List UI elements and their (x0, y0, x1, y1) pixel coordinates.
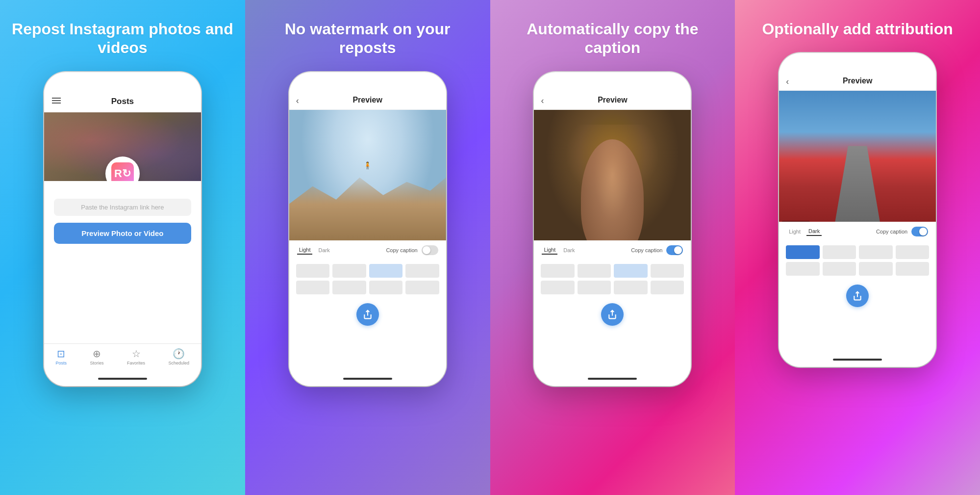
home-indicator-2 (343, 378, 392, 380)
nav-stories[interactable]: ⊕ Stories (90, 348, 104, 365)
wm-item-darker (786, 245, 820, 259)
stories-label: Stories (90, 361, 104, 365)
wm-item (541, 264, 575, 278)
wm-item (405, 281, 439, 294)
panel-watermark: No watermark on your reposts ‹ Preview L… (245, 0, 490, 495)
nav-posts[interactable]: ⊡ Posts (56, 348, 67, 365)
panel-3-title: Automatically copy the caption (500, 20, 726, 57)
back-arrow-3[interactable]: ‹ (541, 96, 544, 106)
home-bar-1 (44, 371, 201, 386)
share-btn-4[interactable] (846, 285, 869, 307)
panel-4-title: Optionally add attribution (762, 20, 953, 38)
copy-caption-toggle-3[interactable] (666, 245, 683, 255)
phone-2-header: ‹ Preview (289, 77, 446, 110)
wm-item (541, 281, 575, 294)
controls-row-4: Light Dark Copy caption (779, 222, 936, 241)
panel-2-title: No watermark on your reposts (255, 20, 480, 57)
wm-item (786, 262, 820, 276)
light-theme-btn-2[interactable]: Light (297, 246, 313, 255)
phone-3-screen: ‹ Preview Light Dark Copy caption (534, 77, 691, 386)
phone-3-header: ‹ Preview (534, 77, 691, 110)
wm-item (651, 281, 684, 294)
wm-item (896, 245, 930, 259)
menu-icon[interactable] (52, 98, 61, 104)
wm-item-blue (614, 264, 648, 278)
photo-road: blasterdanger (779, 91, 936, 222)
dark-theme-btn-2[interactable]: Dark (316, 246, 331, 254)
phone-1-header: Posts (44, 77, 201, 112)
wm-item-blue (369, 264, 403, 278)
wm-item (896, 262, 930, 276)
toggle-knob-3 (674, 246, 682, 254)
wm-item (332, 264, 366, 278)
phone-4: ‹ Preview blasterdanger Light Dark Copy … (779, 53, 936, 367)
panel-attribution: Optionally add attribution ‹ Preview bla… (735, 0, 980, 495)
phone-2-screen: ‹ Preview Light Dark Copy caption (289, 77, 446, 386)
phone-1-title: Posts (111, 97, 134, 106)
phone-2: ‹ Preview Light Dark Copy caption (289, 72, 446, 386)
home-indicator-4 (833, 359, 882, 361)
posts-icon: ⊡ (57, 348, 65, 360)
back-arrow-2[interactable]: ‹ (296, 96, 299, 106)
controls-row-3: Light Dark Copy caption (534, 240, 691, 260)
repost-logo-inner: R↻ (111, 162, 134, 181)
phone-3-title: Preview (598, 96, 627, 104)
bottom-nav: ⊡ Posts ⊕ Stories ☆ Favorites 🕐 Schedule… (44, 343, 201, 371)
home-bar-2 (289, 371, 446, 386)
posts-label: Posts (56, 361, 67, 365)
back-arrow-4[interactable]: ‹ (786, 77, 789, 87)
share-area-4 (779, 280, 936, 312)
home-bar-3 (534, 371, 691, 386)
wm-item (859, 262, 893, 276)
copy-caption-toggle-2[interactable] (422, 245, 438, 255)
dark-theme-btn-4[interactable]: Dark (806, 227, 822, 236)
photo-cliff (289, 110, 446, 241)
wm-item (823, 245, 856, 259)
toggle-knob-4 (919, 228, 927, 235)
share-area-2 (289, 298, 446, 331)
nav-favorites[interactable]: ☆ Favorites (127, 348, 145, 365)
preview-body-2: Light Dark Copy caption (289, 240, 446, 371)
phone-1-body: Paste the Instagram link here Preview Ph… (44, 181, 201, 343)
preview-body-4: Light Dark Copy caption (779, 222, 936, 353)
copy-caption-label-4: Copy caption (876, 229, 907, 234)
panel-repost: Repost Instagram photos and videos Posts… (0, 0, 245, 495)
home-indicator-1 (98, 378, 147, 380)
preview-body-3: Light Dark Copy caption (534, 240, 691, 371)
photo-credit: blasterdanger (782, 221, 810, 222)
watermark-grid-3 (534, 260, 691, 298)
scheduled-icon: 🕐 (173, 348, 185, 360)
phone-4-header: ‹ Preview (779, 58, 936, 91)
share-btn-2[interactable] (356, 303, 379, 326)
photo-woman (534, 110, 691, 241)
controls-row-2: Light Dark Copy caption (289, 240, 446, 260)
wm-item (296, 264, 330, 278)
phone-3: ‹ Preview Light Dark Copy caption (534, 72, 691, 386)
phone-4-title: Preview (843, 77, 872, 85)
panel-1-title: Repost Instagram photos and videos (10, 20, 235, 57)
copy-caption-toggle-4[interactable] (911, 227, 928, 236)
panel-caption: Automatically copy the caption ‹ Preview… (490, 0, 735, 495)
dark-theme-btn-3[interactable]: Dark (561, 246, 577, 254)
photo-area-2 (289, 110, 446, 241)
scheduled-label: Scheduled (169, 361, 190, 365)
paste-input[interactable]: Paste the Instagram link here (54, 199, 191, 216)
wm-item (332, 281, 366, 294)
favorites-icon: ☆ (132, 348, 141, 360)
wm-item (578, 281, 611, 294)
preview-btn[interactable]: Preview Photo or Video (54, 223, 191, 244)
share-btn-3[interactable] (601, 303, 624, 326)
wm-item (823, 262, 856, 276)
phone-1: Posts R↻ Paste the Instagram link here P… (44, 72, 201, 386)
light-theme-btn-3[interactable]: Light (542, 246, 557, 255)
home-indicator-3 (588, 378, 637, 380)
wm-item (296, 281, 330, 294)
photo-area-4: blasterdanger (779, 91, 936, 222)
wm-item (614, 281, 648, 294)
nav-scheduled[interactable]: 🕐 Scheduled (169, 348, 190, 365)
phone-2-title: Preview (352, 96, 382, 104)
favorites-label: Favorites (127, 361, 145, 365)
wm-item (369, 281, 403, 294)
wm-item (651, 264, 684, 278)
light-theme-btn-4[interactable]: Light (787, 228, 803, 235)
